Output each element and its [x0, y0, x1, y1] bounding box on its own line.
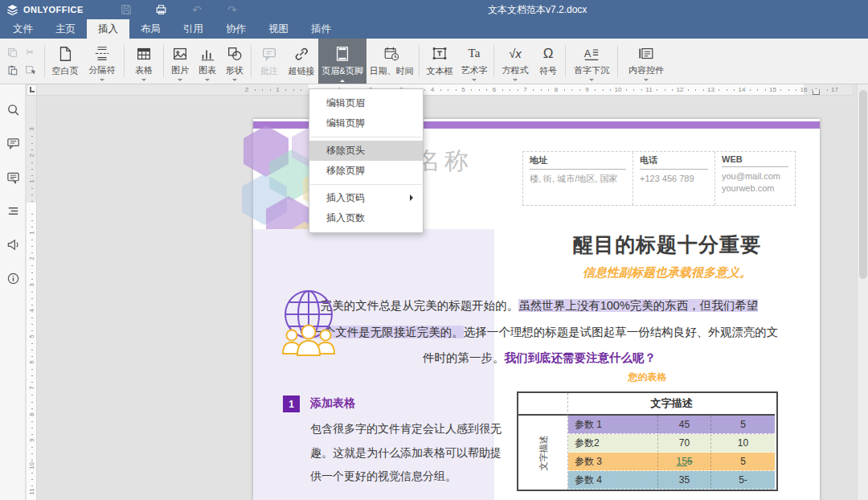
save-icon[interactable] [116, 2, 137, 17]
contact-info-table[interactable]: 地址 楼, 街, 城市/地区, 国家 电话 +123 456 789 WEB y… [522, 151, 796, 206]
search-icon[interactable] [0, 96, 26, 123]
table-cell[interactable]: 70 [657, 434, 710, 453]
word-art-button[interactable]: Ta 艺术字 [457, 39, 491, 84]
vertical-ruler-text-zone [27, 203, 37, 500]
equation-icon: √x [509, 43, 522, 64]
body-paragraph[interactable]: 完美的文件总是从完美的标题开始的。虽然世界上没有100%完美的东西，但我们希望 … [268, 293, 811, 371]
paste-icon[interactable] [3, 61, 21, 79]
table-icon [135, 43, 153, 64]
chevron-down-icon [472, 79, 477, 84]
table-button[interactable]: 表格 [127, 39, 161, 84]
select-icon[interactable] [21, 61, 39, 79]
image-button[interactable]: 图片 [166, 39, 194, 84]
tab-references[interactable]: 引用 [172, 19, 215, 39]
highlighted-text: 虽然世界上没有100%完美的东西，但我们希望 [518, 299, 758, 312]
shapes-icon [226, 43, 244, 64]
chevron-down-icon [232, 79, 237, 84]
menu-item-edit-header[interactable]: 编辑页眉 [309, 93, 423, 113]
redo-icon[interactable]: ↷ [222, 2, 243, 17]
shapes-button[interactable]: 形状 [221, 39, 248, 84]
titlebar: ONLYOFFICE ↶ ↷ 文本文档范本v7.2.docx [0, 0, 868, 19]
navigation-icon[interactable] [0, 198, 26, 224]
toolbar-separator [124, 45, 125, 77]
copy-icon[interactable] [3, 43, 21, 61]
table-cell[interactable]: 5 [710, 453, 775, 471]
vertical-ruler: 3211234567891011 [27, 96, 37, 500]
menu-item-remove-header[interactable]: 移除页头 [309, 141, 423, 161]
tab-view[interactable]: 视图 [257, 19, 300, 39]
document-title: 文本文档范本v7.2.docx [488, 0, 587, 19]
date-time-icon [383, 43, 401, 64]
tab-collaboration[interactable]: 协作 [215, 19, 257, 39]
tab-stop-selector[interactable] [27, 84, 37, 96]
comment-button: 批注 [254, 39, 285, 84]
hyperlink-button[interactable]: 超链接 [285, 39, 318, 84]
menu-item-insert-page-number[interactable]: 插入页码 [309, 188, 423, 208]
table-cell-tracked-change[interactable]: 155 [657, 453, 710, 471]
menu-item-insert-page-count[interactable]: 插入页数 [309, 208, 423, 228]
table-cell[interactable]: 参数 1 [568, 416, 657, 434]
table-cell[interactable]: 10 [710, 434, 775, 453]
drop-cap-button[interactable]: A 首字下沉 [568, 39, 615, 84]
vertical-scrollbar[interactable] [857, 84, 868, 500]
breaks-icon [93, 43, 111, 64]
comments-icon[interactable] [0, 130, 26, 157]
blank-page-button[interactable]: 空白页 [47, 39, 83, 84]
chevron-down-icon [141, 79, 146, 84]
scrollbar-thumb[interactable] [859, 90, 867, 279]
drop-cap-icon: A [583, 43, 600, 64]
table-corner-cell [518, 393, 568, 416]
print-icon[interactable] [151, 2, 172, 17]
app-name: ONLYOFFICE [23, 5, 84, 14]
left-sidebar [0, 84, 26, 500]
tab-plugins[interactable]: 插件 [300, 19, 342, 39]
section-heading[interactable]: 添加表格 [310, 396, 355, 411]
document-heading[interactable]: 醒目的标题十分重要 [518, 232, 816, 258]
table-cell[interactable]: 参数2 [568, 434, 657, 453]
table-cell[interactable]: 参数 4 [568, 471, 657, 490]
chart-button[interactable]: 图表 [194, 39, 221, 84]
onlyoffice-logo-icon [6, 4, 18, 16]
table-column-header: 文字描述 [568, 393, 775, 416]
table-cell[interactable]: 参数 3 [568, 453, 657, 471]
table-cell[interactable]: 45 [657, 416, 710, 434]
toolbar-separator [44, 45, 45, 77]
toolbar-separator [565, 45, 566, 77]
table-caption[interactable]: 您的表格 [517, 371, 778, 384]
menu-item-edit-footer[interactable]: 编辑页脚 [309, 113, 423, 133]
about-icon[interactable] [0, 265, 26, 292]
document-subheading[interactable]: 信息性副标题也承载很多意义。 [518, 265, 816, 281]
menu-tabbar: 文件 主页 插入 布局 引用 协作 视图 插件 [0, 19, 868, 39]
section-body-text[interactable]: 包含很多字的文件肯定会让人感到很无趣。这就是为什么添加表格可以帮助提供一个更好的… [310, 417, 510, 489]
tab-layout[interactable]: 布局 [129, 19, 172, 39]
header-footer-button[interactable]: 页眉&页脚 [318, 39, 366, 84]
date-time-button[interactable]: 日期、时间 [366, 39, 416, 84]
text-box-button[interactable]: 文本框 [422, 39, 457, 84]
menu-item-remove-footer[interactable]: 移除页脚 [309, 161, 423, 181]
tab-insert[interactable]: 插入 [87, 19, 129, 39]
table-cell[interactable]: 5- [710, 471, 775, 490]
svg-text:A: A [584, 47, 592, 59]
data-table[interactable]: 文字描述 文字描述 参数 1 45 5 参数2 70 10 参数 3 155 5… [517, 391, 778, 491]
menu-divider [310, 137, 422, 137]
header-footer-menu: 编辑页眉 编辑页脚 移除页头 移除页脚 插入页码 插入页数 [309, 88, 424, 233]
toolbar-separator [251, 45, 252, 77]
toolbar-separator [617, 45, 618, 77]
feedback-icon[interactable] [0, 232, 26, 258]
equation-button[interactable]: √x 方程式 [497, 39, 534, 84]
symbol-button[interactable]: Ω 符号 [534, 39, 563, 84]
breaks-button[interactable]: 分隔符 [83, 39, 121, 84]
table-cell[interactable]: 35 [657, 471, 710, 490]
undo-icon[interactable]: ↶ [186, 2, 207, 17]
word-art-icon: Ta [469, 43, 481, 64]
content-control-button[interactable]: 内容控件 [620, 39, 672, 84]
cut-icon[interactable]: ✂ [21, 43, 39, 61]
chevron-down-icon [589, 79, 594, 84]
toolbar-separator [493, 45, 494, 77]
chat-icon[interactable] [0, 164, 26, 191]
tab-file[interactable]: 文件 [2, 19, 44, 39]
table-cell[interactable]: 5 [710, 416, 775, 434]
blank-page-icon [56, 43, 74, 64]
toolbar-separator [163, 45, 164, 77]
tab-home[interactable]: 主页 [44, 19, 87, 39]
